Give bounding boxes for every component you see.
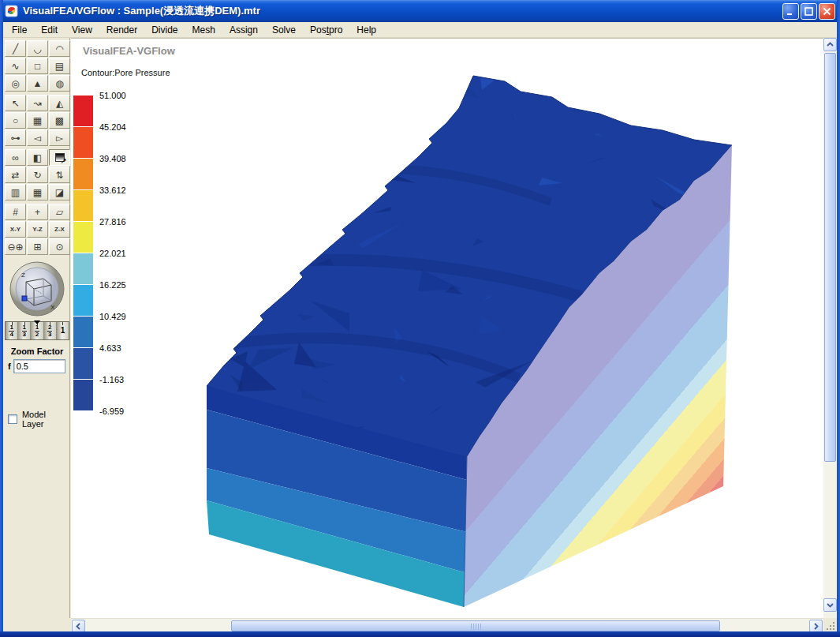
select-node-icon: ↖ (11, 99, 19, 108)
draw-spline-button[interactable]: ∿ (5, 58, 26, 74)
plane-xy-button[interactable]: X-Y (5, 221, 26, 238)
vertical-scroll-thumb[interactable] (824, 53, 836, 462)
draw-line-button[interactable]: ╱ (5, 40, 26, 57)
hatch-cube-button[interactable]: ▦ (27, 184, 48, 200)
pan-cube-button[interactable]: ⇅ (49, 167, 70, 183)
fit-view-button[interactable]: ⊞ (27, 238, 48, 255)
fraction-2-3[interactable]: 23 (44, 322, 57, 339)
horizontal-scroll-thumb[interactable] (231, 620, 720, 631)
maximize-button[interactable] (801, 3, 817, 20)
legend-color-segment (73, 380, 93, 411)
menu-assign[interactable]: Assign (222, 23, 265, 37)
legend-color-segment (73, 253, 93, 285)
toolbar-group: ╱◡◠∿□▤◎▲◍ (5, 40, 69, 92)
stripe-cube-button[interactable]: ▥ (5, 184, 26, 200)
select-surface-button[interactable]: ◭ (49, 95, 70, 111)
mesh-edit-button[interactable]: # (5, 204, 26, 220)
shade-surface-button[interactable]: ◧ (27, 149, 48, 166)
select-face-button[interactable]: ◅ (27, 129, 48, 146)
select-element-button[interactable]: ▻ (49, 129, 70, 146)
resize-grip[interactable] (823, 618, 837, 632)
draw-curve-button[interactable]: ◠ (49, 40, 70, 57)
legend-color-bar (73, 96, 93, 411)
toolbar-group: #+▱X-YY-ZZ-X⊖⊕⊞⊙ (5, 204, 69, 255)
plane-yz-button[interactable]: Y-Z (27, 221, 48, 238)
scroll-up-button[interactable] (823, 38, 837, 51)
zoom-factor-field-label: f (8, 362, 11, 371)
window-border-right (837, 0, 840, 637)
fraction-1-2[interactable]: 12 (31, 322, 43, 339)
zoom-in-out-button[interactable]: ⊖⊕ (5, 238, 26, 255)
viewport-canvas[interactable]: VisualFEA-VGFlow Contour:Pore Pressure 5… (71, 38, 823, 618)
extrude-cube-button[interactable]: ⇄ (5, 167, 26, 183)
draw-circle-button[interactable]: ◎ (5, 75, 26, 92)
draw-arc-button[interactable]: ◡ (27, 40, 48, 57)
legend-value: 22.021 (99, 248, 162, 259)
select-point-button[interactable]: ⊶ (5, 129, 26, 146)
box-wireframe-button[interactable]: ▱ (49, 204, 70, 220)
rotate-cube-button[interactable]: ↻ (27, 167, 48, 183)
draw-rectangle-icon: □ (35, 62, 40, 71)
menu-edit[interactable]: Edit (34, 23, 65, 37)
mesh-move-button[interactable]: + (27, 204, 48, 220)
select-volume-button[interactable]: ▩ (49, 112, 70, 129)
select-volume-icon: ▩ (55, 116, 64, 126)
menu-render[interactable]: Render (99, 23, 144, 37)
draw-surface-button[interactable]: ▤ (49, 58, 70, 74)
contour-tool-button[interactable] (49, 149, 70, 166)
horizontal-scrollbar[interactable] (71, 618, 823, 632)
draw-disc-button[interactable]: ◍ (49, 75, 70, 92)
menu-file[interactable]: File (5, 23, 34, 37)
draw-rectangle-button[interactable]: □ (27, 58, 48, 74)
close-button[interactable] (819, 3, 835, 20)
cut-cube-icon: ◪ (55, 188, 64, 197)
plane-xy-icon: X-Y (10, 227, 21, 233)
vertical-scrollbar[interactable] (823, 38, 837, 618)
legend-color-segment (73, 159, 93, 190)
rotate-cube-icon: ↻ (33, 170, 41, 180)
legend-color-segment (73, 96, 93, 127)
legend-value: 27.816 (99, 216, 162, 227)
fraction-pointer[interactable] (34, 320, 40, 324)
cut-cube-button[interactable]: ◪ (49, 184, 70, 200)
view-orientation-trackball[interactable]: Z X (6, 260, 69, 318)
trackball-handle[interactable] (22, 296, 27, 301)
fraction-1-3[interactable]: 13 (18, 322, 31, 339)
select-lasso-button[interactable]: ○ (5, 112, 26, 129)
center-view-button[interactable]: ⊙ (49, 238, 70, 255)
app-window: VisualFEA/VGFlow : Sample(浸透流連携DEM).mtr … (0, 0, 840, 637)
plane-zx-button[interactable]: Z-X (49, 221, 70, 238)
legend-color-segment (73, 348, 93, 380)
minimize-button[interactable] (782, 3, 799, 20)
fraction-1-4[interactable]: 14 (6, 322, 18, 339)
center-view-icon: ⊙ (55, 242, 63, 252)
legend-color-segment (73, 222, 93, 253)
menu-view[interactable]: View (65, 23, 99, 37)
title-bar[interactable]: VisualFEA/VGFlow : Sample(浸透流連携DEM).mtr (0, 0, 840, 22)
select-mesh-button[interactable]: ▦ (27, 112, 48, 129)
model-layer-checkbox[interactable] (8, 414, 17, 424)
fraction-1[interactable]: 1 (57, 322, 69, 339)
app-icon (5, 4, 19, 18)
scroll-down-button[interactable] (823, 598, 837, 612)
legend-value: 4.633 (99, 343, 162, 354)
menu-solve[interactable]: Solve (265, 23, 303, 37)
select-node-button[interactable]: ↖ (5, 95, 26, 111)
legend-color-segment (73, 190, 93, 222)
select-curve-button[interactable]: ↝ (27, 95, 48, 111)
menu-divide[interactable]: Divide (144, 23, 185, 37)
draw-circle-icon: ◎ (11, 79, 19, 88)
scroll-left-button[interactable] (72, 620, 85, 632)
toolbar-group: ↖↝◭○▦▩⊶◅▻ (5, 95, 69, 146)
menu-postpro[interactable]: Postpro (303, 23, 349, 37)
viewport-heading: VisualFEA-VGFlow (83, 45, 175, 57)
zoom-factor-label: Zoom Factor (5, 347, 69, 356)
menu-help[interactable]: Help (349, 23, 383, 37)
profile-curve-button[interactable]: ∞ (5, 149, 26, 166)
menu-mesh[interactable]: Mesh (185, 23, 222, 37)
zoom-factor-input[interactable]: 0.5 (13, 359, 65, 373)
zoom-in-out-icon: ⊖⊕ (7, 242, 23, 252)
scroll-right-button[interactable] (809, 620, 823, 632)
select-curve-icon: ↝ (33, 99, 41, 108)
draw-cone-button[interactable]: ▲ (27, 75, 48, 92)
